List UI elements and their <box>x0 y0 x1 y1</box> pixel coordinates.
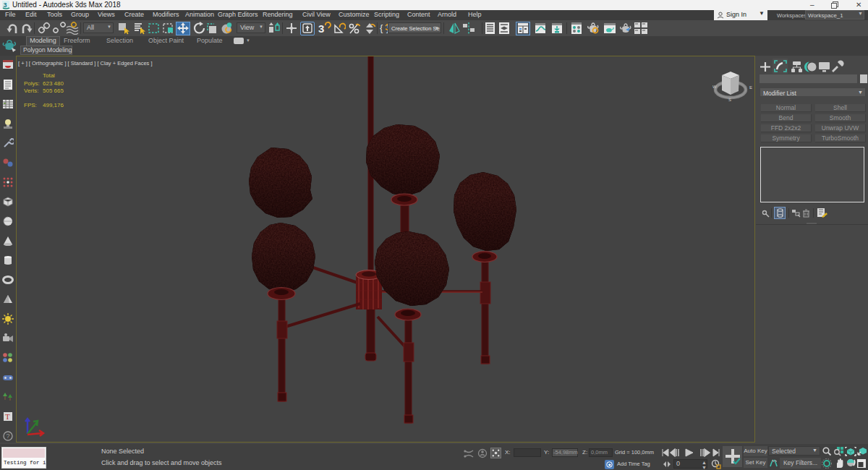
svg-text:E: E <box>749 85 752 90</box>
svg-text:3: 3 <box>318 22 324 35</box>
svg-text:{: { <box>380 22 383 33</box>
svg-text:★: ★ <box>608 463 611 467</box>
svg-text:T: T <box>5 412 10 421</box>
svg-text:W: W <box>712 85 717 89</box>
svg-text:3: 3 <box>4 1 7 9</box>
svg-text:?: ? <box>7 432 10 440</box>
svg-text:S: S <box>728 98 731 102</box>
